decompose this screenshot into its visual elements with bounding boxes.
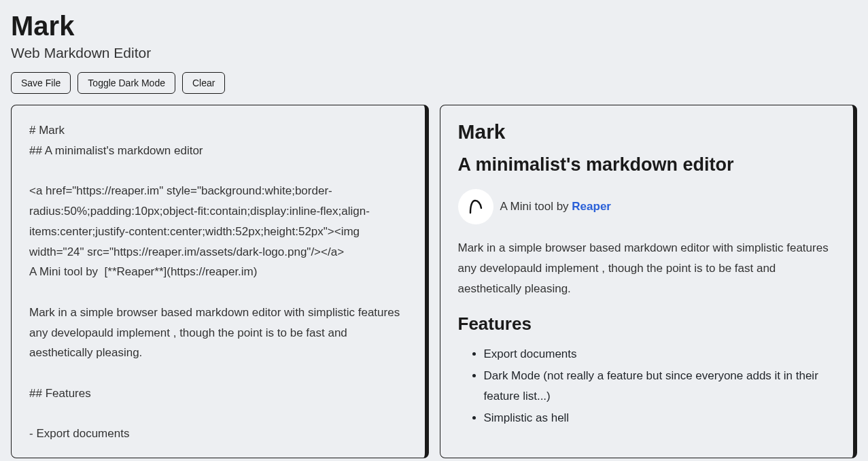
reaper-link[interactable]: Reaper [572,200,611,213]
preview-features-heading: Features [458,313,836,335]
toggle-dark-mode-button[interactable]: Toggle Dark Mode [77,72,175,94]
preview-features-list: Export documents Dark Mode (not really a… [458,344,836,428]
editor-textarea[interactable]: # Mark ## A minimalist's markdown editor… [29,120,407,444]
preview-byline-text: A Mini tool by Reaper [500,200,611,214]
clear-button[interactable]: Clear [182,72,225,94]
editor-pane[interactable]: # Mark ## A minimalist's markdown editor… [11,105,429,458]
preview-pane: Mark A minimalist's markdown editor A Mi… [440,105,858,458]
save-file-button[interactable]: Save File [11,72,71,94]
preview-heading-2: A minimalist's markdown editor [458,154,836,175]
list-item: Simplistic as hell [484,408,836,428]
app-title: Mark [11,11,857,41]
preview-byline: A Mini tool by Reaper [458,189,836,224]
preview-heading-1: Mark [458,120,836,143]
byline-prefix: A Mini tool by [500,200,572,213]
list-item: Dark Mode (not really a feature but sinc… [484,366,836,407]
reaper-logo-icon[interactable] [458,189,493,224]
preview-paragraph: Mark in a simple browser based markdown … [458,238,836,298]
toolbar: Save File Toggle Dark Mode Clear [11,72,857,94]
list-item: Export documents [484,344,836,364]
app-subtitle: Web Markdown Editor [11,45,857,61]
